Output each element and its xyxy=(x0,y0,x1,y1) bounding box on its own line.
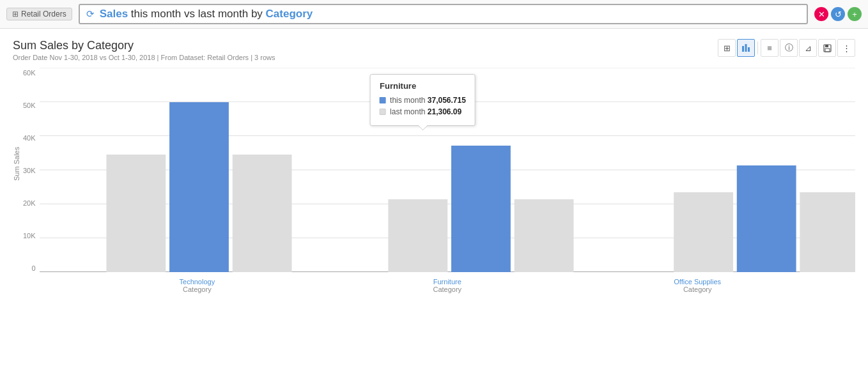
search-icon: ⟳ xyxy=(86,8,95,20)
refresh-button[interactable]: ↺ xyxy=(831,7,845,21)
tech-last-month-bar[interactable] xyxy=(106,155,166,272)
office-last-month-bar[interactable] xyxy=(674,192,733,272)
furn-last-month-bar2[interactable] xyxy=(514,199,573,272)
top-bar-actions: ✕ ↺ + xyxy=(814,7,862,21)
chart-main: 60K 50K 40K 30K 20K 10K 0 xyxy=(23,68,855,293)
search-word-last-month: last month by xyxy=(198,8,266,20)
save-button[interactable] xyxy=(818,39,836,57)
chart-subtitle: Order Date Nov 1-30, 2018 vs Oct 1-30, 2… xyxy=(13,54,275,61)
save-icon xyxy=(823,44,832,52)
y-tick-50k: 50K xyxy=(23,102,36,109)
chart-svg xyxy=(40,68,855,272)
chart-toolbar: ⊞ ≡ ⓘ ⊿ ⋮ xyxy=(718,39,855,57)
search-bar[interactable]: ⟳ Sales this month vs last month by Cate… xyxy=(79,4,808,24)
search-word-vs: vs xyxy=(184,8,195,20)
svg-rect-0 xyxy=(742,46,744,52)
info-button[interactable]: ⓘ xyxy=(780,39,798,57)
breadcrumb[interactable]: ⊞ Retail Orders xyxy=(6,8,72,20)
search-text: Sales this month vs last month by Catego… xyxy=(100,8,313,20)
furn-last-month-bar[interactable] xyxy=(388,199,447,272)
grid-icon: ⊞ xyxy=(12,10,19,19)
breadcrumb-label: Retail Orders xyxy=(21,10,66,19)
more-button[interactable]: ⋮ xyxy=(837,39,855,57)
search-word-sales: Sales xyxy=(100,8,128,20)
chart-body: Sum Sales 60K 50K 40K 30K 20K 10K 0 xyxy=(13,68,855,293)
svg-rect-4 xyxy=(825,45,828,47)
close-button[interactable]: ✕ xyxy=(814,7,828,21)
y-tick-10k: 10K xyxy=(23,232,36,240)
x-label-category3: Category xyxy=(633,286,761,293)
chart-header-left: Sum Sales by Category Order Date Nov 1-3… xyxy=(13,39,275,61)
tech-this-month-bar[interactable] xyxy=(169,102,229,272)
x-label-category2: Category xyxy=(384,286,511,293)
bar-chart-button[interactable] xyxy=(737,39,755,57)
pin-button[interactable]: ⊿ xyxy=(799,39,817,57)
y-tick-0: 0 xyxy=(31,264,35,272)
svg-rect-2 xyxy=(748,47,750,52)
chart-bars-area: Furniture this month 37,056.715 last xyxy=(40,68,855,293)
table-view-button[interactable]: ⊞ xyxy=(718,39,736,57)
x-label-office: Office Supplies Category xyxy=(633,278,761,293)
furn-this-month-bar[interactable] xyxy=(451,146,511,272)
search-word-this-month: this month xyxy=(131,8,184,20)
list-view-button[interactable]: ≡ xyxy=(761,39,779,57)
toolbar-separator xyxy=(757,42,758,54)
x-label-technology: Technology Category xyxy=(133,278,261,293)
top-bar: ⊞ Retail Orders ⟳ Sales this month vs la… xyxy=(0,0,868,29)
x-label-office-text: Office Supplies xyxy=(633,278,761,286)
y-tick-40k: 40K xyxy=(23,134,36,142)
svg-rect-5 xyxy=(825,49,830,52)
chart-title: Sum Sales by Category xyxy=(13,39,275,52)
chart-header: Sum Sales by Category Order Date Nov 1-3… xyxy=(13,39,855,61)
office-this-month-bar[interactable] xyxy=(736,165,796,272)
x-axis-labels: Technology Category Furniture Category O… xyxy=(40,278,855,293)
chart-wrap: Sum Sales 60K 50K 40K 30K 20K 10K 0 xyxy=(13,68,855,293)
bar-chart-icon xyxy=(741,43,750,52)
y-ticks: 60K 50K 40K 30K 20K 10K 0 xyxy=(23,68,40,272)
y-tick-20k: 20K xyxy=(23,199,36,207)
add-button[interactable]: + xyxy=(848,7,862,21)
x-label-furniture: Furniture Category xyxy=(384,278,511,293)
office-last-month-bar2[interactable] xyxy=(800,192,855,272)
x-label-furniture-text: Furniture xyxy=(384,278,511,286)
search-word-category: Category xyxy=(266,8,313,20)
svg-rect-1 xyxy=(745,44,747,52)
tech-last-month-bar2[interactable] xyxy=(232,155,291,272)
x-label-technology-text: Technology xyxy=(133,278,261,286)
x-label-category1: Category xyxy=(133,286,261,293)
y-tick-60k: 60K xyxy=(23,69,36,77)
content-area: Sum Sales by Category Order Date Nov 1-3… xyxy=(0,29,868,300)
y-tick-30k: 30K xyxy=(23,167,36,174)
y-axis-label: Sum Sales xyxy=(13,68,20,259)
